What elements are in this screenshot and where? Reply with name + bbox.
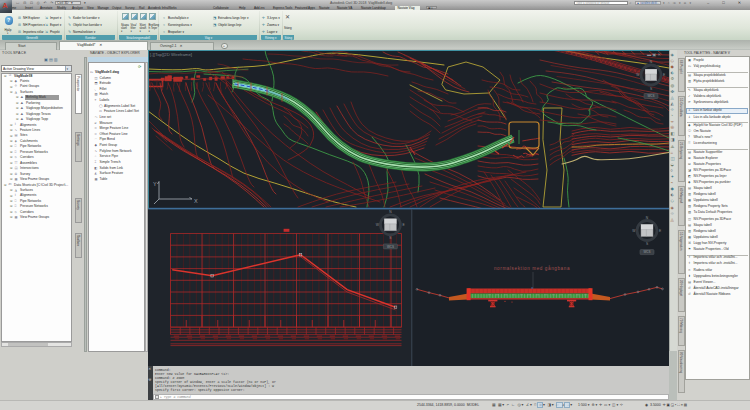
svg-text:Y: Y [153, 181, 157, 187]
svg-text:normalsektion med gångbana: normalsektion med gångbana [493, 265, 569, 271]
svg-text:WCS: WCS [386, 244, 393, 248]
svg-text:WCS: WCS [647, 94, 654, 98]
svg-text:WCS: WCS [643, 250, 650, 254]
svg-text:▬ ▣ ✕: ▬ ▣ ✕ [647, 51, 661, 56]
svg-text:[-][Top][2D Wireframe]: [-][Top][2D Wireframe] [150, 52, 192, 57]
svg-text:X: X [194, 197, 198, 203]
